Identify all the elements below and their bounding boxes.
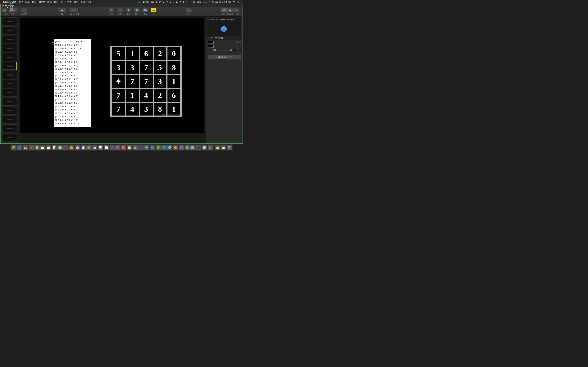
slide-thumbnail-11[interactable]: 11: [1, 107, 17, 115]
control-center-icon[interactable]: ⊜: [237, 1, 239, 3]
notification-center-icon[interactable]: ≡: [241, 1, 242, 3]
slide-thumbnail-7[interactable]: 7: [1, 71, 17, 79]
slide-thumbnail-5[interactable]: 5: [1, 53, 17, 61]
status-icon-3[interactable]: ▲: [163, 1, 165, 3]
menu-help[interactable]: 帮助: [87, 0, 92, 3]
close-window-button[interactable]: [2, 5, 4, 7]
dock-trash-icon[interactable]: 🗑️: [227, 145, 232, 150]
slide-thumbnail-1[interactable]: 1: [1, 17, 17, 25]
edit-master-button[interactable]: 编辑母版幻灯片: [208, 55, 241, 59]
dock-docs-icon[interactable]: 📁: [215, 145, 220, 150]
menu-view[interactable]: 显示: [61, 0, 65, 3]
document-title[interactable]: 进阶GAN网络教学: [7, 2, 16, 12]
dock-1-icon[interactable]: 1️⃣: [190, 145, 196, 150]
angle-input[interactable]: 270°: [233, 49, 241, 52]
dock-wechat-icon[interactable]: 💚: [86, 145, 92, 150]
dock-wechat2-icon[interactable]: 💚: [156, 145, 161, 150]
dock-notes-app-icon[interactable]: 📔: [34, 145, 40, 150]
text-button[interactable]: T: [125, 8, 131, 12]
status-icon-2[interactable]: ▢: [159, 1, 161, 3]
dock-mail-icon[interactable]: ✉️: [40, 145, 45, 150]
dock-orange-icon[interactable]: 🟠: [69, 145, 74, 150]
dock-steam-icon[interactable]: ⚙️: [132, 145, 138, 150]
status-icon-1[interactable]: ◉: [156, 1, 157, 3]
dock-chrome-icon[interactable]: 🌐: [161, 145, 167, 150]
menu-window[interactable]: 窗口: [81, 0, 85, 3]
dock-appstore-icon[interactable]: 🅰️: [121, 145, 126, 150]
slide-thumbnail-6[interactable]: 6: [1, 62, 17, 70]
dock-keynote-icon[interactable]: 📊: [98, 145, 103, 150]
signal-icon[interactable]: ●●●: [138, 1, 141, 3]
status-icon-7[interactable]: ⊙: [183, 1, 184, 3]
shape-button[interactable]: [134, 8, 140, 12]
slide-thumbnail-12[interactable]: 12: [1, 116, 17, 123]
dock-photos-icon[interactable]: 🌸: [75, 145, 80, 150]
angle-dial[interactable]: [208, 49, 211, 52]
menu-edit[interactable]: 编辑: [25, 0, 30, 3]
dock-xd-icon[interactable]: 🟪: [179, 145, 184, 150]
menu-slide[interactable]: 幻灯片: [39, 0, 45, 3]
chart-button[interactable]: [117, 8, 123, 12]
slide-thumbnail-3[interactable]: 3: [1, 35, 17, 43]
slide-thumbnail-9[interactable]: 9: [1, 89, 17, 97]
dock-launchpad-icon[interactable]: 🚀: [28, 145, 34, 150]
comment-button[interactable]: ▬: [151, 8, 157, 12]
mic-muted-icon[interactable]: 🎤: [210, 37, 212, 39]
dock-spotify-icon[interactable]: 🟢: [184, 145, 190, 150]
slide-thumbnail-14[interactable]: 14: [1, 133, 17, 141]
mic-icon[interactable]: ▮: [208, 37, 209, 39]
bluetooth-icon[interactable]: ᛒ: [186, 1, 187, 3]
collaborate-button[interactable]: 👤: [186, 8, 192, 12]
dock-firefox-icon[interactable]: 🦊: [23, 145, 28, 150]
slide-canvas-area[interactable]: ↖ [[0. 0. 0. 0. 0. 1. 0. 0. 0. 0.] – 5[0…: [18, 17, 206, 144]
dock-todo-icon[interactable]: ☑️: [202, 145, 207, 150]
slide-navigator[interactable]: 1234567891011121314: [0, 17, 18, 144]
dock-matlab-icon[interactable]: 📐: [208, 145, 213, 150]
angle-slider[interactable]: [218, 50, 232, 50]
gradient-stop-2[interactable]: [208, 45, 214, 48]
dock-terminal-icon[interactable]: ⬛: [138, 145, 144, 150]
menu-play[interactable]: 播放: [67, 0, 72, 3]
input-source-icon[interactable]: A: [209, 1, 210, 3]
dock-slack-icon[interactable]: 📨: [92, 145, 97, 150]
status-icon-4[interactable]: ▭: [173, 1, 174, 3]
dock-notes-icon[interactable]: 📝: [52, 145, 57, 150]
dock-podcasts-icon[interactable]: 🟣: [115, 145, 121, 150]
dock-folder-icon[interactable]: 📁: [221, 145, 226, 150]
media-button[interactable]: ▾: [142, 8, 148, 12]
play-button[interactable]: ▶: [58, 8, 67, 12]
inspector-tab-animate[interactable]: ◆: [227, 8, 233, 12]
slide-thumbnail-2[interactable]: 2: [1, 26, 17, 34]
code-text-box[interactable]: [[0. 0. 0. 0. 0. 1. 0. 0. 0. 0.] – 5[0. …: [54, 39, 91, 127]
slide-canvas[interactable]: ↖ [[0. 0. 0. 0. 0. 1. 0. 0. 0. 0.] – 5[0…: [20, 18, 204, 133]
menu-share[interactable]: 共享: [74, 0, 78, 3]
dock-mysql-icon[interactable]: 🐬: [144, 145, 149, 150]
dock-finder-icon[interactable]: 😀: [11, 145, 17, 150]
dock-messages-icon[interactable]: 💬: [80, 145, 86, 150]
gradient-stop-1[interactable]: [208, 41, 214, 43]
slide-thumbnail-10[interactable]: 10: [1, 98, 17, 106]
swap-stops-button[interactable]: ↓: [236, 41, 239, 44]
dock-wechat-work-icon[interactable]: 💼: [63, 145, 69, 150]
dock-vscode-icon[interactable]: 🔷: [150, 145, 155, 150]
dock-epic-icon[interactable]: ⬛: [196, 145, 201, 150]
dock-calendar-icon[interactable]: 📅: [46, 145, 51, 150]
meeting-app-icon[interactable]: ▣: [143, 1, 145, 3]
battery-icon[interactable]: ⚡▭: [203, 1, 207, 3]
table-button[interactable]: [109, 8, 115, 12]
slide-thumbnail-13[interactable]: 13: [1, 125, 17, 132]
slide-thumbnail-8[interactable]: 8: [1, 80, 17, 88]
dock-siri-icon[interactable]: 🌀: [17, 145, 22, 150]
dock-sketch-icon[interactable]: 💎: [167, 145, 172, 150]
status-icon-5[interactable]: ◐: [176, 1, 178, 3]
dock-reminders-icon[interactable]: ✅: [57, 145, 63, 150]
dock-safari-icon[interactable]: 🧭: [127, 145, 132, 150]
menu-arrange[interactable]: 排列: [54, 0, 58, 3]
menu-insert[interactable]: 插入: [32, 0, 36, 3]
flip-stops-button[interactable]: →: [239, 41, 241, 44]
dock-figma-icon[interactable]: 🔶: [173, 145, 178, 150]
datetime[interactable]: 9月11日 周五 下午9:13: [212, 1, 231, 3]
wechat-status-icon[interactable]: ✉: [166, 1, 168, 3]
meeting-floating-panel[interactable]: 正在讲话: 中二不是病; 袁搏; 陈玉林; 👤 ▮ 🎤 中二不是病: [206, 17, 241, 40]
add-slide-button[interactable]: ＋: [21, 8, 27, 12]
